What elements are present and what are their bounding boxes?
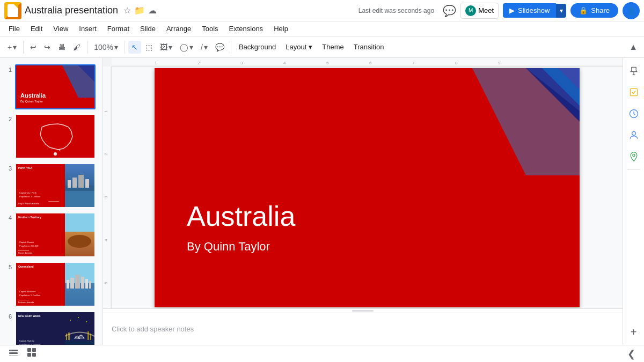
list-view-button[interactable] <box>6 345 20 362</box>
ruler-h-svg: 1 2 3 4 5 6 7 8 9 <box>112 58 623 67</box>
grid-view-button[interactable] <box>25 345 39 362</box>
contacts-icon[interactable] <box>625 127 642 144</box>
folder-icon[interactable]: 📁 <box>134 5 145 16</box>
slideshow-group: ▶ Slideshow ▾ <box>503 3 566 18</box>
calendar-icon[interactable] <box>625 105 642 122</box>
svg-rect-14 <box>85 179 89 188</box>
svg-rect-30 <box>87 331 89 340</box>
menu-edit[interactable]: Edit <box>26 24 47 34</box>
notes-area[interactable]: Click to add speaker notes <box>103 313 623 345</box>
notes-resize-handle[interactable] <box>103 308 623 313</box>
menu-extensions[interactable]: Extensions <box>225 24 268 34</box>
menu-file[interactable]: File <box>4 24 24 34</box>
collapse-toolbar-button[interactable]: ▲ <box>627 40 640 54</box>
image-tool-button[interactable]: 🖼 ▾ <box>157 41 175 54</box>
svg-text:3: 3 <box>240 61 243 65</box>
shapes-tool-button[interactable]: ◯ ▾ <box>177 41 196 54</box>
document-title[interactable]: Australia presentation <box>25 5 118 16</box>
paint-button[interactable]: 🖌 <box>70 41 84 54</box>
slide-6-title: New South Wales <box>18 314 41 317</box>
plus-icon: + <box>8 43 12 51</box>
add-sidebar-icon[interactable]: + <box>625 323 642 341</box>
slide-item-2[interactable]: 2 <box>0 112 103 161</box>
slide-3-bg: Perth / W.A <box>16 164 94 207</box>
keep-icon[interactable] <box>625 62 642 79</box>
slide-panel: 1 Australia By Quinn Taylor 2 <box>0 58 103 345</box>
brisbane-svg <box>65 263 94 307</box>
frame-tool-button[interactable]: ⬚ <box>142 41 156 54</box>
slide-item-4[interactable]: 4 Northern Territory Capital: Darwin <box>0 210 103 260</box>
main-slide-title[interactable]: Australia <box>187 200 295 232</box>
undo-button[interactable]: ↩ <box>27 41 40 54</box>
notes-placeholder[interactable]: Click to add speaker notes <box>112 325 194 333</box>
menu-insert[interactable]: Insert <box>75 24 101 34</box>
slide-thumb-2[interactable] <box>15 114 96 159</box>
tasks-icon[interactable] <box>625 84 642 101</box>
slide-item-5[interactable]: 5 Queensland <box>0 260 103 309</box>
svg-text:9: 9 <box>498 61 501 65</box>
svg-text:5: 5 <box>104 282 108 284</box>
menu-tools[interactable]: Tools <box>197 24 222 34</box>
add-button[interactable]: + ▾ <box>4 41 20 54</box>
cursor-tool-button[interactable]: ↖ <box>128 41 141 54</box>
comment-tool-button[interactable]: 💬 <box>212 41 228 54</box>
svg-text:7: 7 <box>412 61 415 65</box>
slide-canvas[interactable]: Australia By Quinn Taylor <box>155 68 580 307</box>
layout-button[interactable]: Layout ▾ <box>281 41 317 53</box>
slide-item-3[interactable]: 3 Perth / W.A <box>0 161 103 210</box>
slide-5-photo <box>65 263 94 307</box>
shapes-icon: ◯ <box>180 43 188 51</box>
line-icon: / <box>201 43 203 51</box>
background-button[interactable]: Background <box>235 41 280 53</box>
slide-5-title: Queensland <box>18 265 34 268</box>
slideshow-button[interactable]: ▶ Slideshow <box>503 3 556 18</box>
slideshow-dropdown-button[interactable]: ▾ <box>556 4 566 18</box>
menu-slide[interactable]: Slide <box>136 24 160 34</box>
notes-handle-bar <box>352 310 374 312</box>
main-slide-subtitle[interactable]: By Quinn Taylor <box>187 240 270 254</box>
avatar[interactable]: 👤 <box>623 2 640 19</box>
slide-item-1[interactable]: 1 Australia By Quinn Taylor <box>0 62 103 112</box>
menu-format[interactable]: Format <box>103 24 134 34</box>
slide-thumb-4[interactable]: Northern Territory Capital: Darwin Popul… <box>15 212 96 257</box>
shapes-dropdown: ▾ <box>189 43 193 51</box>
layout-arrow: ▾ <box>309 43 312 51</box>
slide-1-bg: Australia By Quinn Taylor <box>16 65 94 108</box>
keep-svg <box>628 65 639 76</box>
last-edit-label: Last edit was seconds ago <box>358 7 434 14</box>
slide-thumb-1[interactable]: Australia By Quinn Taylor <box>15 64 96 109</box>
slide-num-6: 6 <box>4 311 12 320</box>
share-button[interactable]: 🔒 Share <box>570 3 618 18</box>
star-icon[interactable]: ☆ <box>123 5 131 16</box>
slide-thumb-3[interactable]: Perth / W.A <box>15 163 96 208</box>
maps-icon[interactable] <box>625 148 642 165</box>
comment-button[interactable]: 💬 <box>443 4 456 17</box>
theme-button[interactable]: Theme <box>318 41 348 53</box>
toolbar: + ▾ ↩ ↪ 🖶 🖌 100% ▾ ↖ ⬚ 🖼 ▾ ◯ ▾ / ▾ 💬 Bac… <box>0 36 644 58</box>
australia-map-svg <box>34 122 77 151</box>
meet-button[interactable]: M Meet <box>460 3 499 19</box>
editor-content: 1 2 3 4 5 <box>103 67 623 308</box>
meet-label: Meet <box>478 6 494 14</box>
canvas-area[interactable]: Australia By Quinn Taylor <box>112 67 623 308</box>
menu-arrange[interactable]: Arrange <box>162 24 195 34</box>
transition-button[interactable]: Transition <box>349 41 389 53</box>
toolbar-divider-1 <box>23 41 24 54</box>
svg-rect-19 <box>75 275 80 289</box>
ruler-horizontal: 1 2 3 4 5 6 7 8 9 <box>112 58 623 67</box>
slide-item-6[interactable]: 6 New South Wales <box>0 309 103 345</box>
print-button[interactable]: 🖶 <box>55 41 69 54</box>
svg-rect-20 <box>81 277 84 289</box>
svg-rect-59 <box>9 350 18 351</box>
redo-button[interactable]: ↪ <box>41 41 54 54</box>
zoom-button[interactable]: 100% ▾ <box>91 41 121 54</box>
line-tool-button[interactable]: / ▾ <box>197 41 211 54</box>
expand-panel-button[interactable]: ❮ <box>625 346 638 362</box>
svg-rect-29 <box>68 333 70 340</box>
slide-thumb-6[interactable]: New South Wales <box>15 311 96 345</box>
menu-help[interactable]: Help <box>269 24 292 34</box>
cloud-icon[interactable]: ☁ <box>148 5 157 16</box>
slide-thumb-5[interactable]: Queensland <box>15 262 96 307</box>
menu-view[interactable]: View <box>49 24 72 34</box>
title-bar: Australia presentation ☆ 📁 ☁ Last edit w… <box>0 0 644 21</box>
